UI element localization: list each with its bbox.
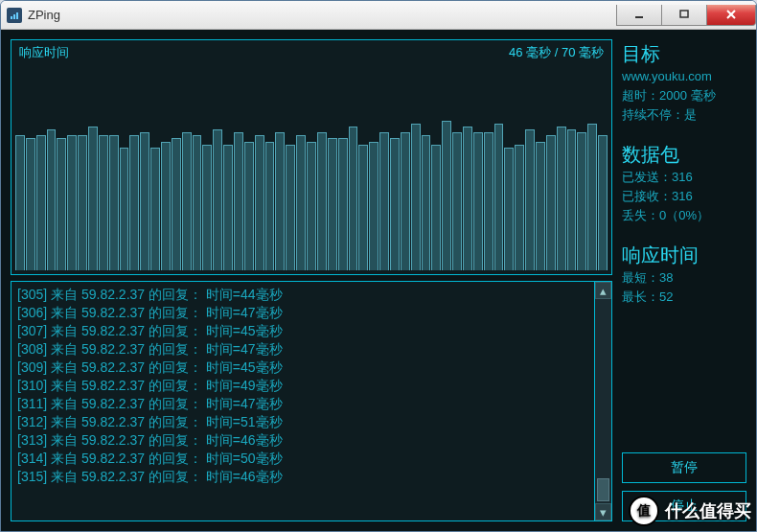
- scroll-down-button[interactable]: ▾: [595, 503, 611, 520]
- chart-bar: [150, 148, 160, 270]
- log-line: [307] 来自 59.82.2.37 的回复： 时间=45毫秒: [17, 322, 588, 340]
- info-sidebar: 目标 www.youku.com 超时：2000 毫秒 持续不停：是 数据包 已…: [622, 39, 746, 521]
- target-host: www.youku.com: [622, 67, 746, 86]
- chart-bar: [494, 124, 504, 270]
- chart-bar: [369, 142, 378, 271]
- chart-bar: [358, 145, 368, 270]
- chart-bar: [120, 148, 129, 270]
- window-title: ZPing: [28, 8, 617, 22]
- packets-lost: 丢失：0（0%）: [622, 206, 746, 225]
- chart-bar: [422, 135, 431, 270]
- chart-bar: [140, 132, 149, 270]
- log-line: [313] 来自 59.82.2.37 的回复： 时间=46毫秒: [17, 431, 588, 450]
- chart-bar: [536, 142, 545, 271]
- log-line: [314] 来自 59.82.2.37 的回复： 时间=50毫秒: [17, 450, 588, 468]
- chart-bar: [587, 124, 597, 270]
- chart-bar: [296, 135, 306, 270]
- target-timeout: 超时：2000 毫秒: [622, 86, 746, 105]
- chart-bar: [286, 145, 295, 270]
- chart-bar: [275, 132, 285, 270]
- chart-bar: [202, 145, 212, 270]
- chart-bar: [109, 135, 119, 270]
- chart-bar: [349, 127, 358, 270]
- chart-bar: [338, 138, 348, 270]
- chart-bar: [598, 135, 608, 270]
- chart-bar: [577, 132, 586, 270]
- chart-bar: [442, 121, 451, 270]
- svg-rect-1: [13, 14, 15, 19]
- log-line: [311] 来自 59.82.2.37 的回复： 时间=47毫秒: [17, 395, 588, 413]
- scrollbar[interactable]: ▴ ▾: [594, 282, 611, 520]
- chart-bar: [67, 135, 77, 270]
- chart-bar: [473, 132, 483, 270]
- chart-bar: [307, 142, 316, 271]
- svg-rect-0: [11, 16, 12, 19]
- log-line: [309] 来自 59.82.2.37 的回复： 时间=45毫秒: [17, 359, 588, 377]
- scroll-thumb[interactable]: [597, 478, 609, 501]
- chart-bar: [452, 132, 462, 270]
- chart-bar: [390, 138, 400, 270]
- chart-bar: [484, 132, 493, 270]
- minimize-button[interactable]: [616, 5, 662, 26]
- chart-bar: [129, 135, 139, 270]
- chart-bar: [265, 142, 275, 271]
- target-title: 目标: [622, 41, 746, 67]
- chart-bar: [504, 148, 514, 270]
- chart-stats: 46 毫秒 / 70 毫秒: [509, 44, 604, 61]
- chart-bar: [26, 138, 35, 270]
- chart-bar: [161, 142, 171, 271]
- chart-bar: [78, 135, 87, 270]
- chart-bar: [411, 124, 421, 270]
- app-icon: [7, 8, 22, 23]
- resp-title: 响应时间: [622, 243, 746, 268]
- chart-bar: [567, 129, 577, 270]
- chart-bar: [379, 132, 389, 270]
- app-window: ZPing 响应时间 46 毫秒 / 70 毫秒 [305] 来自 59.82.…: [0, 0, 757, 532]
- chart-bar: [525, 129, 535, 270]
- chart-bar: [15, 135, 25, 270]
- svg-rect-2: [16, 12, 18, 19]
- close-button[interactable]: [706, 5, 756, 26]
- log-line: [308] 来自 59.82.2.37 的回复： 时间=47毫秒: [17, 340, 588, 359]
- maximize-button[interactable]: [661, 5, 707, 26]
- packets-title: 数据包: [622, 142, 746, 168]
- chart-bar: [234, 132, 243, 270]
- packets-sent: 已发送：316: [622, 168, 746, 187]
- chart-bar: [193, 135, 202, 270]
- svg-rect-4: [680, 11, 688, 17]
- log-line: [310] 来自 59.82.2.37 的回复： 时间=49毫秒: [17, 377, 588, 395]
- client-area: 响应时间 46 毫秒 / 70 毫秒 [305] 来自 59.82.2.37 的…: [1, 30, 756, 531]
- chart-bar: [99, 135, 108, 270]
- chart-bar: [223, 145, 233, 270]
- chart-bar: [244, 142, 254, 271]
- chart-area: [15, 65, 608, 270]
- chart-bar: [36, 135, 46, 270]
- chart-panel: 响应时间 46 毫秒 / 70 毫秒: [11, 39, 612, 275]
- chart-bar: [57, 138, 66, 270]
- scroll-up-button[interactable]: ▴: [595, 282, 611, 299]
- pause-button[interactable]: 暂停: [622, 452, 746, 483]
- chart-label: 响应时间: [19, 44, 69, 61]
- target-continuous: 持续不停：是: [622, 105, 746, 125]
- chart-bar: [401, 132, 410, 270]
- chart-bar: [515, 145, 524, 270]
- chart-bar: [328, 138, 337, 270]
- chart-bar: [546, 135, 556, 270]
- chart-bar: [557, 127, 566, 270]
- resp-max: 最长：52: [622, 288, 746, 307]
- chart-bar: [172, 138, 181, 270]
- log-line: [305] 来自 59.82.2.37 的回复： 时间=44毫秒: [17, 286, 588, 304]
- chart-bar: [431, 145, 441, 270]
- chart-bar: [213, 129, 222, 270]
- chart-bar: [88, 127, 98, 270]
- chart-bar: [317, 132, 327, 270]
- log-line: [315] 来自 59.82.2.37 的回复： 时间=46毫秒: [17, 468, 588, 486]
- log-output: [305] 来自 59.82.2.37 的回复： 时间=44毫秒[306] 来自…: [11, 282, 594, 520]
- chart-bar: [255, 135, 264, 270]
- stop-button[interactable]: 停止: [622, 491, 746, 521]
- chart-bar: [182, 132, 192, 270]
- log-panel: [305] 来自 59.82.2.37 的回复： 时间=44毫秒[306] 来自…: [11, 281, 612, 521]
- packets-recv: 已接收：316: [622, 187, 746, 206]
- titlebar[interactable]: ZPing: [1, 1, 756, 30]
- chart-bar: [47, 129, 57, 270]
